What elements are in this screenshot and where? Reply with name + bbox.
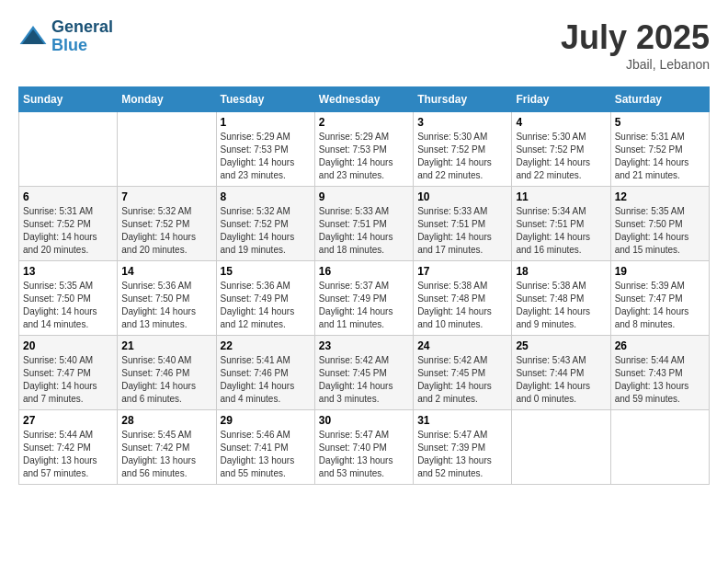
day-number: 18 [516,265,606,278]
day-info: Sunrise: 5:40 AMSunset: 7:47 PMDaylight:… [23,354,113,406]
calendar-cell: 19Sunrise: 5:39 AMSunset: 7:47 PMDayligh… [610,261,709,336]
calendar-cell: 27Sunrise: 5:44 AMSunset: 7:42 PMDayligh… [19,410,118,485]
calendar-cell: 6Sunrise: 5:31 AMSunset: 7:52 PMDaylight… [19,187,118,261]
calendar-week-row: 1Sunrise: 5:29 AMSunset: 7:53 PMDaylight… [19,112,710,187]
day-info: Sunrise: 5:46 AMSunset: 7:41 PMDaylight:… [221,429,311,480]
calendar-cell [19,112,118,187]
day-info: Sunrise: 5:29 AMSunset: 7:53 PMDaylight:… [221,131,311,182]
calendar-cell: 16Sunrise: 5:37 AMSunset: 7:49 PMDayligh… [314,261,413,336]
logo-blue: Blue [51,37,113,55]
calendar-cell: 9Sunrise: 5:33 AMSunset: 7:51 PMDaylight… [314,187,413,261]
day-info: Sunrise: 5:39 AMSunset: 7:47 PMDaylight:… [615,280,705,331]
day-info: Sunrise: 5:32 AMSunset: 7:52 PMDaylight:… [221,205,311,257]
calendar-cell: 18Sunrise: 5:38 AMSunset: 7:48 PMDayligh… [512,261,610,336]
calendar-week-row: 13Sunrise: 5:35 AMSunset: 7:50 PMDayligh… [19,261,710,336]
day-number: 13 [23,265,113,278]
calendar-week-row: 27Sunrise: 5:44 AMSunset: 7:42 PMDayligh… [19,410,710,485]
day-number: 15 [221,265,311,278]
calendar-cell: 13Sunrise: 5:35 AMSunset: 7:50 PMDayligh… [19,261,118,336]
calendar-cell: 7Sunrise: 5:32 AMSunset: 7:52 PMDaylight… [118,187,216,261]
day-info: Sunrise: 5:44 AMSunset: 7:42 PMDaylight:… [23,429,113,480]
day-number: 31 [417,414,507,427]
logo-icon [18,22,48,52]
weekday-header: Friday [512,87,610,112]
day-number: 5 [615,116,705,129]
day-number: 14 [121,265,211,278]
day-number: 3 [417,116,507,129]
day-info: Sunrise: 5:38 AMSunset: 7:48 PMDaylight:… [516,280,606,331]
day-info: Sunrise: 5:47 AMSunset: 7:40 PMDaylight:… [319,429,409,480]
day-number: 11 [516,190,606,203]
day-info: Sunrise: 5:40 AMSunset: 7:46 PMDaylight:… [121,354,211,406]
logo-general: General [51,18,113,37]
day-info: Sunrise: 5:36 AMSunset: 7:50 PMDaylight:… [121,280,211,331]
day-number: 30 [319,414,409,427]
page-header: General Blue July 2025 Jbail, Lebanon [18,18,710,72]
day-number: 23 [319,339,409,352]
calendar-header-row: SundayMondayTuesdayWednesdayThursdayFrid… [19,87,710,112]
day-number: 17 [417,265,507,278]
day-number: 29 [221,414,311,427]
calendar-cell: 8Sunrise: 5:32 AMSunset: 7:52 PMDaylight… [216,187,314,261]
weekday-header: Monday [118,87,216,112]
calendar-cell: 29Sunrise: 5:46 AMSunset: 7:41 PMDayligh… [216,410,314,485]
day-info: Sunrise: 5:35 AMSunset: 7:50 PMDaylight:… [23,280,113,331]
day-number: 9 [319,190,409,203]
day-info: Sunrise: 5:31 AMSunset: 7:52 PMDaylight:… [615,131,705,182]
day-number: 24 [417,339,507,352]
day-info: Sunrise: 5:44 AMSunset: 7:43 PMDaylight:… [615,354,705,406]
day-number: 19 [615,265,705,278]
calendar-cell: 1Sunrise: 5:29 AMSunset: 7:53 PMDaylight… [216,112,314,187]
day-number: 21 [121,339,211,352]
day-number: 25 [516,339,606,352]
calendar-week-row: 6Sunrise: 5:31 AMSunset: 7:52 PMDaylight… [19,187,710,261]
location: Jbail, Lebanon [561,57,710,72]
day-number: 12 [615,190,705,203]
calendar-cell: 26Sunrise: 5:44 AMSunset: 7:43 PMDayligh… [610,336,709,410]
day-info: Sunrise: 5:41 AMSunset: 7:46 PMDaylight:… [221,354,311,406]
day-info: Sunrise: 5:30 AMSunset: 7:52 PMDaylight:… [516,131,606,182]
calendar-cell: 3Sunrise: 5:30 AMSunset: 7:52 PMDaylight… [414,112,512,187]
calendar-cell: 23Sunrise: 5:42 AMSunset: 7:45 PMDayligh… [314,336,413,410]
day-number: 4 [516,116,606,129]
day-number: 8 [221,190,311,203]
calendar-cell: 12Sunrise: 5:35 AMSunset: 7:50 PMDayligh… [610,187,709,261]
day-info: Sunrise: 5:45 AMSunset: 7:42 PMDaylight:… [121,429,211,480]
calendar-cell [512,410,610,485]
day-number: 7 [121,190,211,203]
weekday-header: Wednesday [314,87,413,112]
weekday-header: Thursday [414,87,512,112]
calendar-cell: 28Sunrise: 5:45 AMSunset: 7:42 PMDayligh… [118,410,216,485]
day-number: 16 [319,265,409,278]
calendar-cell: 10Sunrise: 5:33 AMSunset: 7:51 PMDayligh… [414,187,512,261]
logo: General Blue [18,18,113,55]
calendar-cell: 20Sunrise: 5:40 AMSunset: 7:47 PMDayligh… [19,336,118,410]
day-info: Sunrise: 5:43 AMSunset: 7:44 PMDaylight:… [516,354,606,406]
calendar-cell: 15Sunrise: 5:36 AMSunset: 7:49 PMDayligh… [216,261,314,336]
day-number: 26 [615,339,705,352]
calendar-cell: 4Sunrise: 5:30 AMSunset: 7:52 PMDaylight… [512,112,610,187]
day-info: Sunrise: 5:30 AMSunset: 7:52 PMDaylight:… [417,131,507,182]
day-info: Sunrise: 5:37 AMSunset: 7:49 PMDaylight:… [319,280,409,331]
calendar-cell: 22Sunrise: 5:41 AMSunset: 7:46 PMDayligh… [216,336,314,410]
calendar-cell: 21Sunrise: 5:40 AMSunset: 7:46 PMDayligh… [118,336,216,410]
calendar-cell [610,410,709,485]
calendar-cell: 2Sunrise: 5:29 AMSunset: 7:53 PMDaylight… [314,112,413,187]
weekday-header: Sunday [19,87,118,112]
day-info: Sunrise: 5:33 AMSunset: 7:51 PMDaylight:… [417,205,507,257]
day-number: 10 [417,190,507,203]
calendar-cell: 30Sunrise: 5:47 AMSunset: 7:40 PMDayligh… [314,410,413,485]
day-info: Sunrise: 5:38 AMSunset: 7:48 PMDaylight:… [417,280,507,331]
calendar-table: SundayMondayTuesdayWednesdayThursdayFrid… [18,86,710,485]
calendar-cell: 31Sunrise: 5:47 AMSunset: 7:39 PMDayligh… [414,410,512,485]
day-info: Sunrise: 5:29 AMSunset: 7:53 PMDaylight:… [319,131,409,182]
day-info: Sunrise: 5:36 AMSunset: 7:49 PMDaylight:… [221,280,311,331]
day-number: 2 [319,116,409,129]
day-number: 6 [23,190,113,203]
day-info: Sunrise: 5:33 AMSunset: 7:51 PMDaylight:… [319,205,409,257]
day-info: Sunrise: 5:42 AMSunset: 7:45 PMDaylight:… [417,354,507,406]
month-year: July 2025 [561,18,710,57]
day-info: Sunrise: 5:31 AMSunset: 7:52 PMDaylight:… [23,205,113,257]
day-info: Sunrise: 5:34 AMSunset: 7:51 PMDaylight:… [516,205,606,257]
day-number: 27 [23,414,113,427]
